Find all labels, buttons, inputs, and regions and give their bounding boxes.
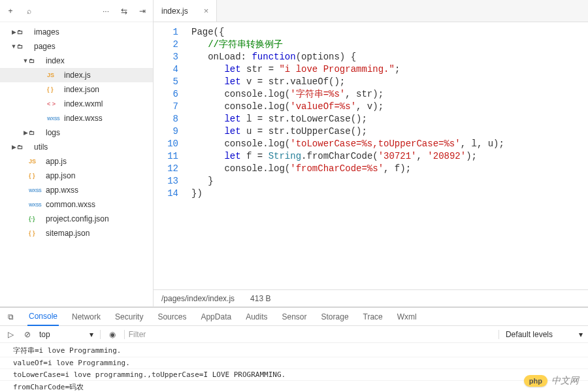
settings-icon[interactable]: ⇆: [119, 6, 129, 16]
devtools-panel: ⧉ ConsoleNetworkSecuritySourcesAppDataAu…: [0, 307, 588, 392]
editor-tab[interactable]: index.js ×: [154, 0, 217, 22]
levels-label: Default levels: [506, 330, 553, 339]
json-icon: { }: [29, 230, 46, 237]
status-size: 413 B: [250, 294, 270, 303]
new-file-icon[interactable]: +: [5, 6, 16, 16]
line-number: 2: [154, 39, 178, 51]
file-label: index.wxss: [64, 114, 103, 123]
file-label: utils: [34, 142, 48, 152]
file-item[interactable]: { }app.json: [0, 169, 153, 183]
folder-item[interactable]: ▶🗀images: [0, 25, 153, 39]
folder-item[interactable]: ▼🗀pages: [0, 39, 153, 54]
devtools-tab-sources[interactable]: Sources: [156, 308, 188, 325]
search-icon[interactable]: ⌕: [24, 6, 34, 16]
line-number: 14: [154, 188, 178, 200]
wxss-icon: WXSS: [47, 116, 64, 121]
console-output[interactable]: 字符串=i love Programming.valueOf=i love Pr…: [0, 343, 588, 392]
devtools-tab-security[interactable]: Security: [114, 308, 144, 325]
collapse-icon[interactable]: ⇥: [137, 6, 148, 16]
line-number: 4: [154, 63, 178, 76]
editor-pane: index.js × 1234567891011121314 Page({ //…: [154, 0, 588, 306]
editor-statusbar: /pages/index/index.js 413 B: [154, 289, 588, 306]
chevron-right-icon[interactable]: ▶: [10, 144, 17, 150]
chevron-down-icon[interactable]: ▼: [22, 57, 29, 64]
file-item[interactable]: < >index.wxml: [0, 97, 153, 111]
line-number: 3: [154, 51, 178, 63]
code-content[interactable]: Page({ //字符串转换例子 onLoad: function(option…: [185, 22, 588, 289]
devtools-tab-network[interactable]: Network: [71, 308, 102, 325]
editor-tab-label: index.js: [161, 7, 188, 16]
filter-input[interactable]: Filter: [124, 330, 492, 339]
devtools-tab-wxml[interactable]: Wxml: [396, 308, 418, 325]
code-line: console.log('toLowerCase=%s,toUpperCase=…: [191, 138, 588, 150]
devtools-tab-console[interactable]: Console: [27, 308, 59, 326]
code-line: }): [191, 188, 588, 200]
file-label: index.wxml: [64, 99, 103, 108]
js-icon: JS: [29, 158, 46, 165]
file-label: index.js: [64, 71, 91, 80]
code-line: //字符串转换例子: [191, 39, 588, 51]
file-label: app.wxss: [46, 186, 78, 195]
line-number: 6: [154, 88, 178, 101]
chevron-down-icon: ▾: [579, 330, 583, 339]
code-line: let f = String.fromCharCode('30721', '20…: [191, 150, 588, 163]
code-line: let u = str.toUpperCase();: [191, 125, 588, 138]
line-number: 11: [154, 150, 178, 163]
folder-item[interactable]: ▶🗀utils: [0, 140, 153, 154]
config-icon: {·}: [29, 216, 46, 222]
eye-icon[interactable]: ◉: [107, 329, 118, 340]
file-item[interactable]: { }index.json: [0, 82, 153, 97]
chevron-right-icon[interactable]: ▶: [22, 129, 29, 136]
code-area[interactable]: 1234567891011121314 Page({ //字符串转换例子 onL…: [154, 22, 588, 289]
file-item[interactable]: JSapp.js: [0, 154, 153, 169]
code-line: }: [191, 175, 588, 188]
file-item[interactable]: JSindex.js: [0, 68, 153, 82]
file-item[interactable]: { }sitemap.json: [0, 226, 153, 240]
console-toolbar: ▷ ⊘ top ▾ ◉ Filter Default levels ▾: [0, 326, 588, 343]
play-icon[interactable]: ▷: [5, 329, 16, 340]
file-item[interactable]: {·}project.config.json: [0, 212, 153, 226]
file-label: common.wxss: [46, 200, 95, 209]
json-icon: { }: [29, 172, 46, 179]
line-number: 7: [154, 101, 178, 113]
line-gutter: 1234567891011121314: [154, 22, 185, 289]
console-line: toLowerCase=i love programming.,toUpperC…: [0, 369, 588, 381]
clear-icon[interactable]: ⊘: [22, 329, 33, 340]
devtools-tab-appdata[interactable]: AppData: [199, 308, 233, 325]
code-line: console.log('fromCharCode=%s', f);: [191, 163, 588, 175]
file-item[interactable]: WXSSapp.wxss: [0, 183, 153, 197]
inspect-icon[interactable]: ⧉: [5, 312, 16, 322]
folder-item[interactable]: ▶🗀logs: [0, 125, 153, 140]
line-number: 8: [154, 113, 178, 125]
chevron-down-icon[interactable]: ▼: [10, 43, 17, 50]
more-icon[interactable]: ···: [101, 6, 111, 16]
context-label: top: [39, 330, 50, 339]
log-levels-selector[interactable]: Default levels ▾: [498, 330, 583, 339]
code-line: let str = "i love Programming.";: [191, 63, 588, 76]
line-number: 5: [154, 76, 178, 88]
folder-icon: 🗀: [17, 29, 34, 35]
file-tree[interactable]: ▶🗀images▼🗀pages▼🗀indexJSindex.js{ }index…: [0, 22, 153, 306]
wxss-icon: WXSS: [29, 203, 46, 207]
code-line: let l = str.toLowerCase();: [191, 113, 588, 125]
editor-tabbar: index.js ×: [154, 0, 588, 22]
close-icon[interactable]: ×: [204, 6, 209, 16]
devtools-tab-trace[interactable]: Trace: [362, 308, 384, 325]
chevron-right-icon[interactable]: ▶: [10, 29, 17, 35]
wxml-icon: < >: [47, 101, 64, 107]
explorer-toolbar: + ⌕ ··· ⇆ ⇥: [0, 0, 153, 22]
devtools-tab-storage[interactable]: Storage: [320, 308, 350, 325]
file-item[interactable]: WXSSindex.wxss: [0, 111, 153, 125]
context-selector[interactable]: top ▾: [39, 330, 101, 339]
folder-item[interactable]: ▼🗀index: [0, 54, 153, 68]
file-label: app.js: [46, 157, 67, 166]
code-line: console.log('字符串=%s', str);: [191, 88, 588, 101]
devtools-tab-audits[interactable]: Audits: [244, 308, 269, 325]
line-number: 12: [154, 163, 178, 175]
devtools-tab-sensor[interactable]: Sensor: [281, 308, 308, 325]
file-label: index: [46, 56, 65, 65]
line-number: 9: [154, 125, 178, 138]
file-item[interactable]: WXSScommon.wxss: [0, 197, 153, 212]
code-line: Page({: [191, 26, 588, 39]
file-label: project.config.json: [46, 214, 109, 223]
